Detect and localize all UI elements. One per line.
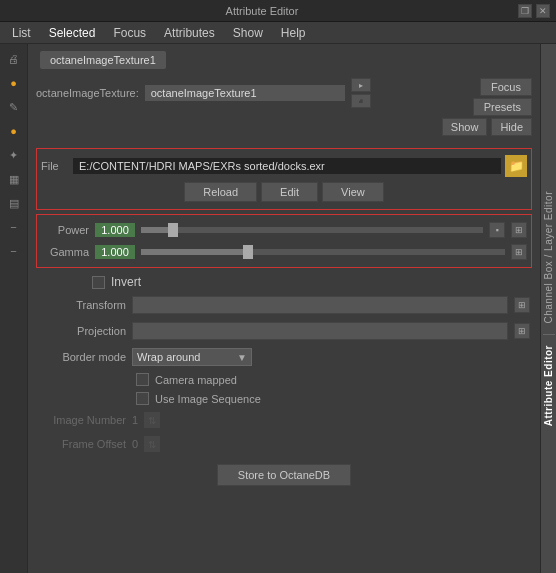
camera-mapped-label: Camera mapped — [155, 374, 237, 386]
texture-label: octaneImageTexture: — [36, 87, 139, 99]
image-number-stepper: ⇅ — [144, 412, 160, 428]
power-icon-2[interactable]: ⊞ — [511, 222, 527, 238]
menu-selected[interactable]: Selected — [41, 24, 104, 42]
gamma-value[interactable]: 1.000 — [95, 245, 135, 259]
reload-button[interactable]: Reload — [184, 182, 257, 202]
menu-help[interactable]: Help — [273, 24, 314, 42]
title-bar-controls: ❐ ✕ — [518, 4, 550, 18]
projection-label: Projection — [36, 325, 126, 337]
left-icon-bar: 🖨 ● ✎ ● ✦ ▦ ▤ − − — [0, 44, 28, 573]
invert-label: Invert — [111, 275, 141, 289]
right-sidebar-divider — [543, 334, 555, 335]
image-sequence-row: Use Image Sequence — [36, 389, 532, 408]
border-mode-value: Wrap around — [137, 351, 200, 363]
transform-icon[interactable]: ⊞ — [514, 297, 530, 313]
gamma-icon-1[interactable]: ⊞ — [511, 244, 527, 260]
grid-icon-1[interactable]: ▦ — [3, 168, 25, 190]
border-mode-label: Border mode — [36, 351, 126, 363]
invert-row: Invert — [36, 272, 532, 292]
menu-focus[interactable]: Focus — [105, 24, 154, 42]
copy-down-button[interactable]: ◾ — [351, 94, 371, 108]
image-number-value: 1 — [132, 414, 138, 426]
file-row: File E:/CONTENT/HDRI MAPS/EXRs sorted/do… — [41, 153, 527, 179]
right-sidebar-text-2[interactable]: Attribute Editor — [543, 341, 554, 430]
texture-value[interactable]: octaneImageTexture1 — [145, 85, 345, 101]
image-sequence-label: Use Image Sequence — [155, 393, 261, 405]
view-button[interactable]: View — [322, 182, 384, 202]
minus-icon-2[interactable]: − — [3, 240, 25, 262]
edit-button[interactable]: Edit — [261, 182, 318, 202]
copy-icons: ▸ ◾ — [351, 78, 371, 108]
minus-icon[interactable]: − — [3, 216, 25, 238]
frame-offset-row: Frame Offset 0 ⇅ — [36, 432, 532, 456]
tool-icon[interactable]: ✦ — [3, 144, 25, 166]
file-path[interactable]: E:/CONTENT/HDRI MAPS/EXRs sorted/docks.e… — [73, 158, 501, 174]
projection-icon[interactable]: ⊞ — [514, 323, 530, 339]
close-button[interactable]: ✕ — [536, 4, 550, 18]
gamma-slider[interactable] — [141, 249, 505, 255]
show-button[interactable]: Show — [442, 118, 488, 136]
power-slider[interactable] — [141, 227, 483, 233]
transform-row: Transform ⊞ — [36, 292, 532, 318]
invert-checkbox[interactable] — [92, 276, 105, 289]
camera-mapped-checkbox[interactable] — [136, 373, 149, 386]
circle-icon-2[interactable]: ● — [3, 120, 25, 142]
image-number-row: Image Number 1 ⇅ — [36, 408, 532, 432]
gamma-label: Gamma — [41, 246, 89, 258]
border-mode-dropdown[interactable]: Wrap around ▼ — [132, 348, 252, 366]
projection-value[interactable] — [132, 322, 508, 340]
grid-icon-2[interactable]: ▤ — [3, 192, 25, 214]
frame-offset-value: 0 — [132, 438, 138, 450]
hide-button[interactable]: Hide — [491, 118, 532, 136]
camera-mapped-row: Camera mapped — [36, 370, 532, 389]
power-row: Power 1.000 ▪ ⊞ — [41, 219, 527, 241]
presets-button[interactable]: Presets — [473, 98, 532, 116]
frame-offset-stepper: ⇅ — [144, 436, 160, 452]
menu-attributes[interactable]: Attributes — [156, 24, 223, 42]
main-container: 🖨 ● ✎ ● ✦ ▦ ▤ − − octaneImageTexture1 oc… — [0, 44, 556, 573]
border-mode-row: Border mode Wrap around ▼ — [36, 344, 532, 370]
store-row: Store to OctaneDB — [36, 456, 532, 494]
content-area: octaneImageTexture1 octaneImageTexture: … — [28, 44, 540, 573]
edit-icon[interactable]: ✎ — [3, 96, 25, 118]
gamma-row: Gamma 1.000 ⊞ — [41, 241, 527, 263]
float-button[interactable]: ❐ — [518, 4, 532, 18]
frame-offset-label: Frame Offset — [36, 438, 126, 450]
image-number-label: Image Number — [36, 414, 126, 426]
power-icon-1[interactable]: ▪ — [489, 222, 505, 238]
printer-icon[interactable]: 🖨 — [3, 48, 25, 70]
right-sidebar-text-1[interactable]: Channel Box / Layer Editor — [543, 187, 554, 328]
circle-icon-1[interactable]: ● — [3, 72, 25, 94]
copy-up-button[interactable]: ▸ — [351, 78, 371, 92]
file-label: File — [41, 160, 69, 172]
projection-row: Projection ⊞ — [36, 318, 532, 344]
menu-bar: List Selected Focus Attributes Show Help — [0, 22, 556, 44]
power-label: Power — [41, 224, 89, 236]
transform-value[interactable] — [132, 296, 508, 314]
power-gamma-box: Power 1.000 ▪ ⊞ Gamma 1.000 — [36, 214, 532, 268]
title-bar: Attribute Editor ❐ ✕ — [0, 0, 556, 22]
chevron-down-icon: ▼ — [237, 352, 247, 363]
menu-show[interactable]: Show — [225, 24, 271, 42]
power-value[interactable]: 1.000 — [95, 223, 135, 237]
file-section-box: File E:/CONTENT/HDRI MAPS/EXRs sorted/do… — [36, 148, 532, 210]
attribute-section: File E:/CONTENT/HDRI MAPS/EXRs sorted/do… — [28, 140, 540, 573]
focus-button[interactable]: Focus — [480, 78, 532, 96]
node-tab[interactable]: octaneImageTexture1 — [40, 51, 166, 69]
menu-list[interactable]: List — [4, 24, 39, 42]
transform-label: Transform — [36, 299, 126, 311]
folder-button[interactable]: 📁 — [505, 155, 527, 177]
action-row: Reload Edit View — [41, 179, 527, 205]
image-sequence-checkbox[interactable] — [136, 392, 149, 405]
title-bar-title: Attribute Editor — [6, 5, 518, 17]
right-sidebar: Channel Box / Layer Editor Attribute Edi… — [540, 44, 556, 573]
store-button[interactable]: Store to OctaneDB — [217, 464, 351, 486]
